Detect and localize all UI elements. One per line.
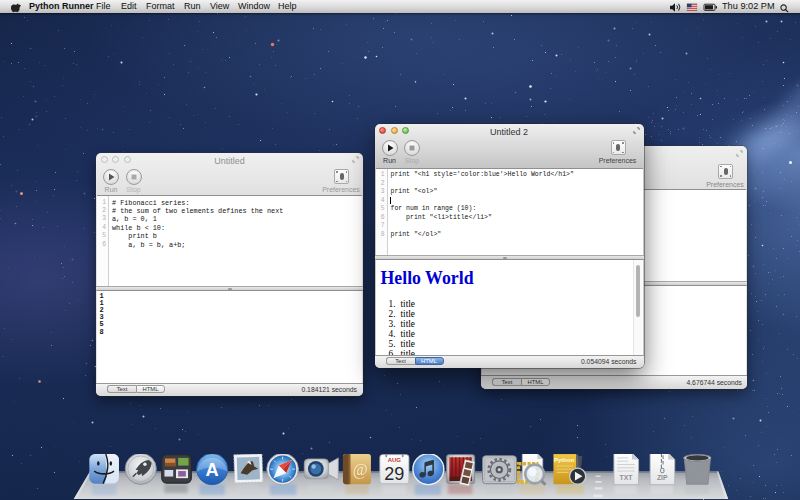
svg-text:AUG: AUG	[388, 457, 402, 463]
svg-text:ZIP: ZIP	[657, 474, 668, 481]
svg-text:@: @	[353, 461, 368, 479]
svg-text:29: 29	[384, 464, 404, 484]
svg-text:TXT: TXT	[620, 474, 634, 481]
svg-text:A: A	[206, 459, 219, 480]
svg-text:Python: Python	[554, 457, 575, 463]
